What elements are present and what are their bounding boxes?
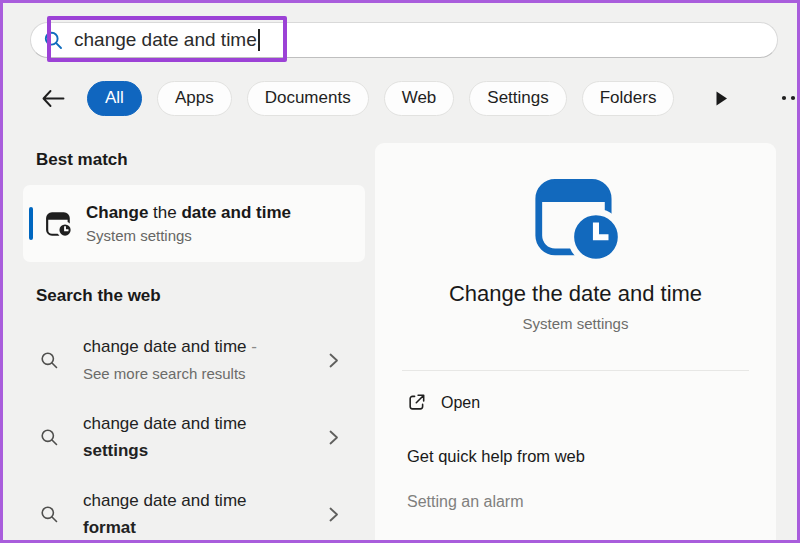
- quick-help-heading: Get quick help from web: [407, 447, 585, 466]
- search-query-text: change date and time: [74, 29, 257, 51]
- preview-panel: Change the date and time System settings…: [375, 143, 776, 543]
- best-match-result[interactable]: Change the date and time System settings: [23, 185, 365, 262]
- open-action[interactable]: Open: [407, 393, 480, 412]
- chevron-right-icon[interactable]: [328, 506, 339, 523]
- web-suggestion-format[interactable]: change date and time format: [27, 484, 349, 543]
- preview-title: Change the date and time: [375, 281, 776, 307]
- tab-documents[interactable]: Documents: [247, 81, 369, 116]
- calendar-clock-icon: [45, 210, 73, 238]
- search-suggestion-icon: [40, 505, 74, 524]
- back-button[interactable]: [41, 89, 65, 108]
- tab-folders[interactable]: Folders: [582, 81, 675, 116]
- chevron-right-icon[interactable]: [328, 429, 339, 446]
- text-cursor: [258, 29, 260, 51]
- back-arrow-icon: [41, 89, 65, 108]
- suggestion-text: change date and time format: [83, 487, 328, 541]
- chevron-right-icon[interactable]: [328, 352, 339, 369]
- search-suggestion-icon: [40, 428, 74, 447]
- web-suggestion-settings[interactable]: change date and time settings: [27, 407, 349, 467]
- tab-settings[interactable]: Settings: [469, 81, 566, 116]
- search-icon: [43, 30, 64, 51]
- play-arrow-icon: [715, 90, 728, 107]
- options-button[interactable]: [781, 95, 800, 101]
- open-label: Open: [441, 394, 480, 412]
- preview-subtitle: System settings: [375, 315, 776, 332]
- web-suggestion-see-more[interactable]: change date and time - See more search r…: [27, 330, 349, 390]
- open-external-icon: [407, 393, 426, 412]
- tab-web[interactable]: Web: [384, 81, 455, 116]
- divider: [402, 370, 749, 371]
- best-match-heading: Best match: [36, 150, 128, 170]
- suggestion-text: change date and time settings: [83, 410, 328, 464]
- windows-search-flyout: change date and time All Apps Documents …: [0, 0, 800, 543]
- search-web-heading: Search the web: [36, 286, 161, 306]
- filter-tabs-row: All Apps Documents Web Settings Folders: [41, 79, 787, 117]
- suggestion-text: change date and time - See more search r…: [83, 333, 328, 387]
- search-suggestion-icon: [40, 351, 74, 370]
- best-match-title: Change the date and time: [86, 202, 291, 224]
- more-filters-button[interactable]: [715, 90, 728, 107]
- tab-apps[interactable]: Apps: [157, 81, 232, 116]
- search-input[interactable]: change date and time: [30, 22, 778, 58]
- selection-accent-bar: [29, 207, 33, 240]
- help-link-setting-alarm[interactable]: Setting an alarm: [407, 493, 524, 511]
- best-match-subtitle: System settings: [86, 226, 291, 246]
- calendar-clock-large-icon: [532, 173, 620, 265]
- tab-all[interactable]: All: [87, 81, 142, 116]
- ellipsis-icon: [781, 95, 800, 101]
